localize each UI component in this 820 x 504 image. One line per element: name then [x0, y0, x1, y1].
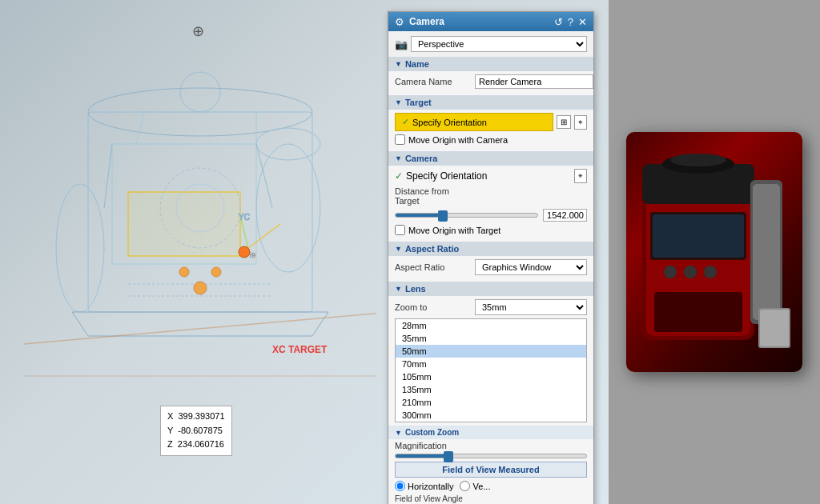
svg-line-24 [24, 312, 376, 344]
zoom-option-135mm[interactable]: 135mm [396, 383, 586, 396]
section-name-header[interactable]: ▼ Name [388, 57, 593, 71]
aspect-ratio-row: Aspect Ratio Graphics Window Custom 4:3 … [395, 259, 587, 275]
svg-point-34 [664, 266, 677, 278]
section-aspect-arrow: ▼ [395, 245, 402, 253]
svg-point-38 [670, 154, 726, 166]
section-camera-header[interactable]: ▼ Camera [388, 151, 593, 166]
fov-horizontal-input[interactable] [395, 481, 405, 491]
section-lens-content: Zoom to 35mm 28mm 35mm 50mm 70mm 105mm 1… [388, 296, 593, 504]
section-aspect-header[interactable]: ▼ Aspect Ratio [388, 242, 593, 256]
section-camera-label: Camera [405, 154, 437, 163]
custom-zoom-header[interactable]: ▼ Custom Zoom [388, 426, 593, 439]
section-lens-header[interactable]: ▼ Lens [388, 282, 593, 296]
help-icon[interactable]: ? [568, 16, 573, 28]
distance-from-target-label: Distance from Target [395, 186, 475, 206]
target-coord-btn[interactable]: ⌖ [574, 115, 587, 130]
fov-angle-label-row: Field of View Angle [395, 494, 587, 503]
section-target-content: ✓ Specify Orientation ⊞ ⌖ Move Origin wi… [388, 110, 593, 151]
svg-rect-31 [654, 292, 742, 332]
gear-icon: ⚙ [395, 16, 404, 28]
svg-point-16 [211, 267, 221, 277]
camera-move-origin-label: Move Origin with Target [408, 226, 500, 235]
target-orientation-row: ✓ Specify Orientation ⊞ ⌖ [395, 113, 587, 131]
perspective-row: 📷 Perspective Orthographic Isometric [395, 36, 587, 52]
camera-name-label: Camera Name [395, 77, 475, 86]
titlebar-right[interactable]: ↺ ? ✕ [554, 16, 587, 28]
aspect-ratio-dropdown[interactable]: Graphics Window Custom 4:3 16:9 [475, 259, 587, 275]
section-name-label: Name [405, 59, 429, 69]
section-name-arrow: ▼ [395, 60, 402, 68]
target-move-origin-checkbox[interactable] [395, 134, 405, 145]
camera-check-icon: ✓ [395, 170, 403, 182]
section-aspect-content: Aspect Ratio Graphics Window Custom 4:3 … [388, 256, 593, 282]
target-move-origin-label: Move Origin with Camera [408, 135, 508, 145]
fov-angle-label: Field of View Angle [395, 494, 475, 503]
refresh-icon[interactable]: ↺ [554, 16, 563, 28]
svg-point-22 [239, 246, 250, 258]
zoom-option-210mm[interactable]: 210mm [396, 396, 586, 409]
wireframe-model: YC i9 [24, 48, 376, 392]
xc-target-label: XC TARGET [272, 344, 327, 355]
svg-point-20 [180, 72, 220, 112]
camera-name-row: Camera Name [395, 74, 587, 89]
camera-specify-label: Specify Orientation [406, 170, 487, 182]
section-target-arrow: ▼ [395, 98, 402, 106]
camera-name-input[interactable] [475, 74, 593, 89]
zoom-option-70mm[interactable]: 70mm [396, 358, 586, 370]
distance-value-input[interactable] [543, 209, 587, 222]
render-preview-panel [609, 0, 820, 504]
svg-text:YC: YC [239, 213, 250, 222]
titlebar-left: ⚙ Camera [395, 16, 444, 28]
section-camera-arrow: ▼ [395, 154, 402, 162]
target-move-origin-row: Move Origin with Camera [395, 134, 587, 145]
fov-vertical-input[interactable] [460, 481, 470, 491]
fov-horizontal-radio[interactable]: Horizontally [395, 481, 453, 491]
magnification-slider-track[interactable] [395, 454, 587, 458]
target-specify-orientation-btn[interactable]: ✓ Specify Orientation [395, 113, 553, 131]
svg-line-7 [104, 144, 112, 208]
zoom-to-row: Zoom to 35mm [395, 299, 587, 315]
zoom-option-300mm[interactable]: 300mm [396, 409, 586, 422]
svg-text:i9: i9 [250, 251, 255, 259]
svg-point-15 [179, 267, 189, 277]
section-target-header[interactable]: ▼ Target [388, 95, 593, 110]
svg-rect-40 [760, 310, 789, 346]
zoom-option-35mm[interactable]: 35mm [396, 332, 586, 345]
distance-label-row: Distance from Target [395, 186, 587, 206]
target-grid-btn[interactable]: ⊞ [557, 115, 571, 129]
section-name-content: Camera Name [388, 71, 593, 95]
panel-title: Camera [409, 16, 444, 27]
section-lens-label: Lens [405, 284, 426, 294]
svg-point-35 [684, 266, 697, 278]
svg-line-8 [256, 144, 272, 208]
close-icon[interactable]: ✕ [578, 16, 587, 28]
section-camera-content: ✓ Specify Orientation ⌖ Distance from Ta… [388, 166, 593, 242]
distance-slider-track[interactable] [395, 213, 538, 218]
magnification-slider-thumb[interactable] [444, 451, 453, 462]
fov-vertical-radio[interactable]: Ve... [460, 481, 490, 491]
coffee-machine-render [626, 132, 802, 372]
camera-move-origin-checkbox[interactable] [395, 225, 405, 235]
camera-coord-btn[interactable]: ⌖ [574, 169, 587, 183]
svg-line-9 [136, 112, 144, 144]
distance-slider-row [395, 209, 587, 222]
camera-move-origin-row: Move Origin with Target [395, 225, 587, 235]
target-specify-label: Specify Orientation [412, 118, 487, 127]
field-of-view-btn[interactable]: Field of View Measured [395, 462, 587, 478]
zoom-to-label: Zoom to [395, 302, 475, 312]
zoom-to-dropdown[interactable]: 35mm [475, 299, 587, 315]
camera-orientation-row: ✓ Specify Orientation ⌖ [395, 169, 587, 183]
camera-icon: 📷 [395, 38, 408, 50]
magnification-label: Magnification [395, 441, 475, 450]
magnification-label-row: Magnification [395, 441, 587, 450]
fov-vertical-label: Ve... [472, 482, 490, 491]
zoom-option-105mm[interactable]: 105mm [396, 370, 586, 383]
section-lens-arrow: ▼ [395, 285, 402, 293]
custom-zoom-label: Custom Zoom [405, 428, 459, 437]
svg-rect-33 [653, 214, 744, 258]
distance-slider-thumb[interactable] [438, 210, 448, 222]
custom-zoom-arrow: ▼ [395, 429, 402, 437]
perspective-dropdown[interactable]: Perspective Orthographic Isometric [411, 36, 587, 52]
zoom-option-50mm[interactable]: 50mm [396, 345, 586, 358]
zoom-option-28mm[interactable]: 28mm [396, 319, 586, 332]
